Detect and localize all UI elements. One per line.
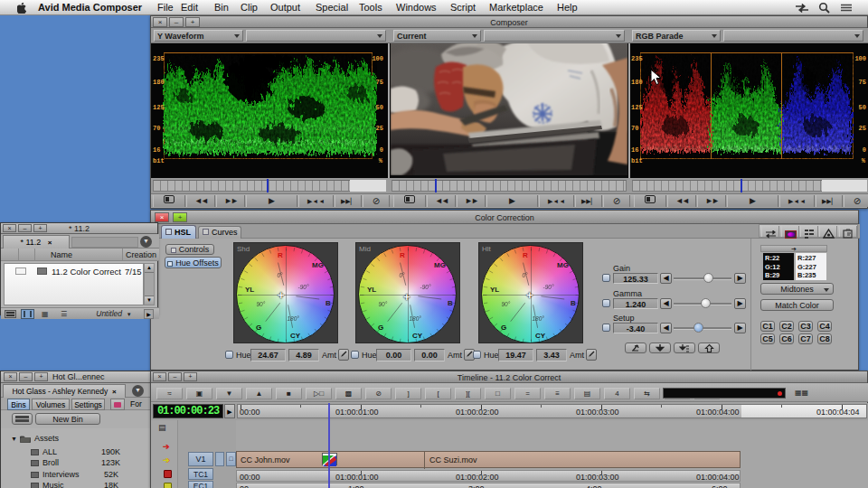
svg-text:-90°: -90° — [420, 284, 431, 290]
svg-text:90°: 90° — [257, 301, 266, 307]
svg-text:-90°: -90° — [543, 284, 554, 290]
svg-text:0°: 0° — [400, 272, 406, 278]
svg-text:180°: 180° — [533, 315, 545, 322]
svg-text:90°: 90° — [379, 301, 388, 307]
svg-text:-90°: -90° — [298, 284, 309, 290]
svg-text:0°: 0° — [278, 272, 284, 278]
svg-text:90°: 90° — [502, 301, 511, 307]
svg-text:180°: 180° — [288, 315, 300, 322]
svg-text:0°: 0° — [523, 272, 529, 278]
svg-text:180°: 180° — [410, 315, 422, 322]
